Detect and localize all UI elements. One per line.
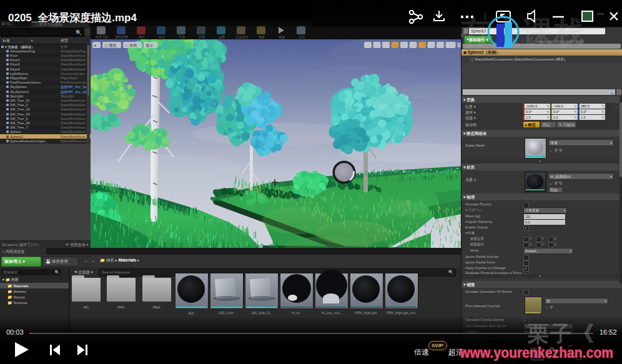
svg-text:显示: 显示: [146, 43, 153, 47]
svg-text:Atla..: Atla..: [597, 12, 606, 16]
svg-text:▢ 透视: ▢ 透视: [104, 43, 116, 48]
svg-text:☼ 光照: ☼ 光照: [125, 44, 137, 48]
svg-text:▾: ▾: [94, 44, 96, 47]
